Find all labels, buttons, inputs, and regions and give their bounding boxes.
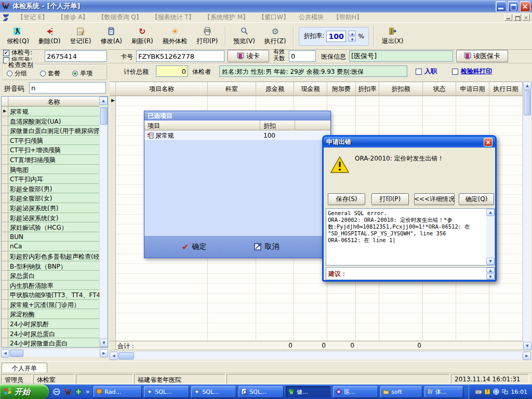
- list-scroll-up[interactable]: ▲: [99, 97, 108, 105]
- taskbar-item-soft[interactable]: soft: [380, 386, 422, 397]
- extra-exam-button[interactable]: ☀ 额外体检: [158, 24, 192, 48]
- radio-single-option[interactable]: 单项: [72, 69, 92, 78]
- grid-column-header[interactable]: 项目名称: [116, 82, 208, 96]
- print-button[interactable]: 打印(P): [192, 24, 223, 48]
- list-item[interactable]: 彩超全腹部(女): [2, 193, 99, 203]
- keyboard-tray-icon[interactable]: [475, 389, 482, 395]
- scroll-thumb[interactable]: [118, 352, 134, 360]
- restore-button[interactable]: [508, 1, 518, 12]
- quick-launch-icon[interactable]: [64, 388, 71, 395]
- menu-item-common[interactable]: 公共模块: [294, 12, 328, 23]
- list-item[interactable]: B-型利钠肽（BNP）: [2, 261, 99, 271]
- suggestion-vscrollbar[interactable]: ▲ ▼: [486, 268, 495, 280]
- grid-column-header[interactable]: 折扣率: [356, 82, 379, 96]
- close-button[interactable]: ×: [520, 1, 530, 12]
- menu-item-reports[interactable]: 【报表统计 T】: [147, 12, 200, 23]
- grid-scroll-down[interactable]: ▼: [523, 342, 531, 350]
- taskbar-item-sql2[interactable]: SQL...: [191, 386, 236, 397]
- spin-down-icon[interactable]: ▼: [348, 36, 356, 42]
- print-error-button[interactable]: 打印(P): [371, 193, 409, 205]
- list-item[interactable]: 彩超泌尿系统(男): [2, 203, 99, 213]
- radio-package-option[interactable]: 套餐: [40, 69, 60, 78]
- tray-clock[interactable]: 16:01: [511, 389, 527, 395]
- list-item[interactable]: 脑电图: [2, 165, 99, 175]
- grid-scroll-right[interactable]: ▶: [523, 352, 531, 360]
- details-button[interactable]: <<<详细情况: [414, 193, 455, 205]
- modify-button[interactable]: 修改(A): [96, 24, 127, 48]
- grid-scroll-left[interactable]: ◀: [110, 352, 118, 360]
- item-list-vscrollbar[interactable]: ▼: [99, 107, 108, 347]
- read-card-button[interactable]: 读卡: [228, 50, 269, 62]
- suggestion-scroll-down[interactable]: ▼: [486, 274, 495, 280]
- delete-button[interactable]: 删除(D): [34, 24, 65, 48]
- list-item[interactable]: CT平扫内耳: [2, 174, 99, 184]
- tijianhao-checkbox[interactable]: ✔: [3, 50, 9, 56]
- grid-hscrollbar[interactable]: ◀ ▶: [110, 351, 531, 360]
- valid-days-input[interactable]: [289, 50, 316, 62]
- execute-button[interactable]: ⚙ 执行(Z): [260, 24, 291, 48]
- grid-column-header[interactable]: 折扣额: [379, 82, 423, 96]
- taskbar-item-health[interactable]: 健...: [286, 386, 330, 397]
- radio-fenzu[interactable]: [7, 71, 12, 76]
- list-item[interactable]: 彩超腔内彩色多普勒超声检查(经: [2, 251, 99, 261]
- list-scroll-left[interactable]: ◀: [1, 349, 9, 357]
- exam-id-input[interactable]: [45, 50, 107, 62]
- menu-item-data-query[interactable]: 【数据查询 Q】: [93, 12, 147, 23]
- taskbar-item-medical[interactable]: 医...: [333, 386, 378, 397]
- scroll-thumb[interactable]: [100, 107, 108, 125]
- scroll-thumb[interactable]: [10, 350, 23, 357]
- exit-button[interactable]: 退出(X): [377, 24, 408, 48]
- grid-scroll-up[interactable]: ▲: [523, 82, 531, 90]
- menu-item-help[interactable]: 【帮助H】: [328, 12, 367, 23]
- list-item[interactable]: CT直增扫描颅脑: [2, 155, 99, 165]
- list-scroll-down[interactable]: ▼: [100, 339, 108, 347]
- card-number-input[interactable]: [136, 50, 224, 62]
- quick-launch-icon[interactable]: [75, 388, 82, 395]
- list-item[interactable]: 24小时尿肌酐: [2, 319, 99, 329]
- hide-icons-chevron[interactable]: [493, 389, 499, 395]
- list-item[interactable]: CT平扫颅脑: [2, 136, 99, 145]
- detail-vscrollbar[interactable]: ▲ ▼: [486, 209, 495, 265]
- confirm-button[interactable]: ✔ 确定: [182, 242, 206, 252]
- taskbar-item-rad[interactable]: Rad...: [94, 386, 141, 397]
- wait-check-button[interactable]: 候检(Q): [2, 24, 34, 48]
- list-item[interactable]: 彩超全腹部(男): [2, 184, 99, 194]
- minimize-button[interactable]: [496, 1, 507, 12]
- pinyin-input[interactable]: [29, 82, 106, 94]
- radio-group-option[interactable]: 分组: [7, 69, 27, 78]
- list-item[interactable]: 24小时尿微量白蛋白: [2, 338, 99, 347]
- list-item[interactable]: BUN: [2, 232, 99, 242]
- dialog-close-button[interactable]: ×: [484, 138, 493, 147]
- taskbar-item-sql3[interactable]: SQL...: [238, 386, 283, 397]
- discount-input[interactable]: [326, 31, 346, 42]
- suggestion-scroll-up[interactable]: ▲: [486, 268, 495, 273]
- insurance-number-field[interactable]: [349, 50, 453, 62]
- ie-icon[interactable]: [53, 388, 60, 395]
- read-insurance-card-button[interactable]: 读医保卡: [456, 50, 508, 62]
- list-scroll-right[interactable]: ▶: [100, 349, 108, 357]
- list-item[interactable]: 血清尿酸测定(UA): [2, 116, 99, 126]
- overflow-chevron-icon[interactable]: »: [86, 388, 89, 395]
- list-item[interactable]: 尿常规+沉渣(限门诊用）: [2, 300, 99, 310]
- help-tray-icon[interactable]: ?: [484, 389, 490, 395]
- menu-item-window[interactable]: 【窗口W】: [254, 12, 294, 23]
- total-price-field[interactable]: [156, 65, 188, 77]
- menu-item-maintenance[interactable]: 【系统维护 M】: [200, 12, 254, 23]
- detail-scroll-down[interactable]: ▼: [486, 258, 495, 265]
- grid-vscrollbar[interactable]: ▲ ▼: [523, 82, 531, 350]
- radio-taocan[interactable]: [40, 71, 46, 76]
- radio-danxiang[interactable]: [72, 71, 78, 76]
- list-item[interactable]: ▶尿常规: [2, 107, 99, 116]
- list-item[interactable]: 24小时尿总蛋白: [2, 329, 99, 339]
- preview-button[interactable]: 预览(V): [229, 24, 260, 48]
- dialog-ok-button[interactable]: 确定(Q): [459, 193, 494, 205]
- grid-column-header[interactable]: 附加费: [327, 82, 356, 96]
- cancel-button[interactable]: 取消: [254, 242, 279, 251]
- register-button[interactable]: 登记(E): [65, 24, 96, 48]
- start-button[interactable]: 开始: [0, 384, 49, 399]
- save-button[interactable]: 保存(S): [328, 193, 365, 205]
- detail-scroll-up[interactable]: ▲: [486, 209, 495, 216]
- grid-column-header[interactable]: 状态: [423, 82, 456, 96]
- selected-item-row[interactable]: 尿常规 100: [144, 130, 330, 140]
- list-item[interactable]: 尿妊娠试验（HCG）: [2, 222, 99, 232]
